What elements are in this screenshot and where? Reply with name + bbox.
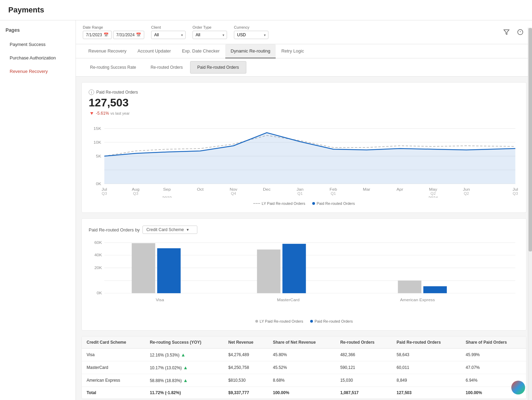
svg-text:0K: 0K (96, 182, 101, 186)
trend-up-icon: ▲ (179, 352, 186, 358)
svg-text:Aug: Aug (132, 187, 139, 191)
content-area: Date Range 7/1/2023 📅 7/31/2024 📅 (76, 20, 532, 400)
svg-text:Dec: Dec (263, 187, 270, 191)
sub-tab-rerouting-success[interactable]: Re-routing Success Rate (83, 61, 143, 74)
svg-text:Q2: Q2 (431, 192, 436, 196)
svg-text:Q4: Q4 (231, 192, 236, 196)
client-filter: Client All (151, 25, 186, 39)
svg-rect-50 (283, 244, 306, 293)
svg-text:Feb: Feb (329, 187, 337, 191)
sidebar-item-revenue-recovery[interactable]: Revenue Recovery (6, 65, 70, 77)
svg-text:Nov: Nov (230, 187, 237, 191)
col-share-paid-orders: Share of Paid Orders (461, 336, 526, 349)
svg-text:60K: 60K (94, 241, 102, 245)
calendar-icon: 📅 (136, 32, 141, 37)
sidebar-item-purchase-authorization[interactable]: Purchase Authorization (6, 52, 70, 64)
svg-text:Oct: Oct (197, 187, 204, 191)
svg-text:MasterCard: MasterCard (277, 298, 299, 302)
metric-info-icon[interactable]: i (89, 89, 94, 95)
data-table: Credit Card Scheme Re-routing Success (Y… (82, 336, 526, 399)
filter-icon-button[interactable] (502, 27, 511, 37)
svg-rect-46 (132, 243, 155, 293)
line-chart-legend: LY Paid Re-routed Orders Paid Re-routed … (89, 201, 519, 206)
svg-text:Q3: Q3 (133, 192, 138, 196)
svg-text:Visa: Visa (156, 298, 164, 302)
metric-vs-text: vs last year (110, 111, 130, 115)
line-chart-container: 15K 10K 5K 0K (89, 122, 519, 199)
svg-text:Q2: Q2 (464, 192, 469, 196)
user-avatar[interactable] (511, 381, 525, 394)
bar-chart-section: Paid Re-routed Orders by Credit Card Sch… (81, 218, 526, 331)
order-type-label: Order Type (193, 25, 227, 29)
tab-exp-date-checker[interactable]: Exp. Date Checker (176, 44, 225, 58)
svg-text:5K: 5K (96, 154, 101, 158)
svg-rect-52 (398, 280, 421, 293)
tab-dynamic-rerouting[interactable]: Dynamic Re-routing (225, 44, 276, 58)
bar-chart-legend: LY Paid Re-routed Orders Paid Re-routed … (89, 319, 519, 323)
svg-text:15K: 15K (93, 126, 101, 131)
bar-chart-title: Paid Re-routed Orders by (89, 227, 140, 232)
svg-text:Sep: Sep (163, 187, 171, 191)
svg-text:2023: 2023 (162, 196, 172, 198)
down-arrow-icon: 🔻 (89, 111, 95, 116)
tab-account-updater[interactable]: Account Updater (132, 44, 177, 58)
sub-tab-rerouted-orders[interactable]: Re-routed Orders (143, 61, 190, 74)
svg-text:2024: 2024 (428, 196, 438, 198)
svg-text:Jan: Jan (297, 187, 304, 191)
tab-revenue-recovery[interactable]: Revenue Recovery (83, 44, 132, 58)
svg-text:American Express: American Express (400, 298, 435, 302)
bar-legend-ly-label: LY Paid Re-routed Orders (260, 319, 303, 323)
sidebar-section-title: Pages (6, 27, 70, 33)
client-label: Client (151, 25, 186, 29)
calendar-icon: 📅 (104, 32, 109, 37)
svg-text:Jun: Jun (463, 187, 470, 191)
scrollbar-track[interactable] (528, 28, 532, 400)
svg-text:Mar: Mar (363, 187, 371, 191)
metric-label: Paid Re-routed Orders (96, 90, 138, 95)
svg-text:10K: 10K (93, 140, 101, 144)
metric-value: 127,503 (89, 96, 519, 109)
bar-legend-current-label: Paid Re-routed Orders (315, 319, 353, 323)
currency-label: Currency (234, 25, 268, 29)
trend-up-icon: ▲ (182, 365, 188, 370)
client-select[interactable]: All (151, 31, 186, 39)
metric-change: 🔻 -5.61% vs last year (89, 111, 519, 116)
svg-rect-49 (257, 249, 280, 293)
svg-rect-47 (157, 248, 181, 293)
currency-filter: Currency USD (234, 25, 268, 39)
order-type-select[interactable]: All (193, 31, 227, 39)
col-paid-rerouted-orders: Paid Re-routed Orders (392, 336, 461, 349)
date-range-filter: Date Range 7/1/2023 📅 7/31/2024 📅 (83, 25, 144, 39)
col-rerouted-orders: Re-routed Orders (335, 336, 392, 349)
svg-text:Jul: Jul (101, 187, 107, 191)
svg-text:Apr: Apr (396, 187, 403, 191)
svg-text:Q3: Q3 (513, 192, 518, 196)
line-chart-section: i Paid Re-routed Orders 127,503 🔻 -5.61%… (81, 82, 526, 213)
table-row: American Express58.88% (18.83%) ▲$810,53… (82, 374, 526, 387)
svg-rect-53 (423, 286, 447, 293)
svg-marker-13 (104, 133, 515, 184)
svg-text:20K: 20K (94, 266, 102, 270)
svg-text:40K: 40K (94, 254, 102, 257)
sidebar-item-payment-success[interactable]: Payment Success (6, 38, 70, 50)
credit-card-scheme-dropdown[interactable]: Credit Card Scheme ▾ (142, 226, 197, 234)
currency-select[interactable]: USD (234, 31, 268, 39)
svg-text:Q1: Q1 (297, 192, 303, 196)
sidebar: Pages Payment SuccessPurchase Authorizat… (0, 20, 76, 400)
metric-change-pct: -5.61% (96, 111, 109, 116)
app-title: Payments (0, 0, 532, 20)
tab-retry-logic[interactable]: Retry Logic (276, 44, 309, 58)
order-type-filter: Order Type All (193, 25, 227, 39)
table-row: Total11.72% (-1.82%)$9,337,777100.00%1,0… (82, 387, 526, 399)
scrollbar-thumb[interactable] (529, 28, 532, 251)
date-from-input[interactable]: 7/1/2023 📅 (83, 31, 112, 39)
col-share-net-revenue: Share of Net Revenue (268, 336, 335, 349)
bar-chart-svg: 60K 40K 20K 0K Visa MasterCard (89, 239, 519, 315)
table-section: Credit Card Scheme Re-routing Success (Y… (81, 336, 526, 399)
svg-marker-0 (504, 30, 509, 35)
line-chart-svg: 15K 10K 5K 0K (89, 122, 519, 198)
table-row: MasterCard10.17% (13.02%) ▲$4,250,75845.… (82, 361, 526, 374)
info-icon-button[interactable] (515, 27, 525, 37)
sub-tab-paid-rerouted-orders[interactable]: Paid Re-routed Orders (190, 61, 246, 74)
date-to-input[interactable]: 7/31/2024 📅 (113, 31, 144, 39)
